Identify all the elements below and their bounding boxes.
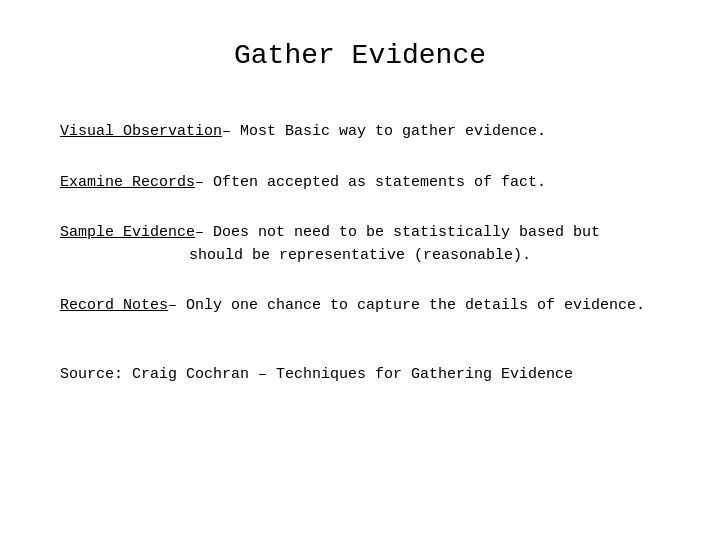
list-item-record-notes: Record Notes – Only one chance to captur…: [60, 295, 660, 318]
source-text: Source: Craig Cochran – Techniques for G…: [60, 366, 660, 383]
sample-evidence-first-line: Sample Evidence – Does not need to be st…: [60, 222, 660, 245]
list-item-visual-observation: Visual Observation – Most Basic way to g…: [60, 121, 660, 144]
desc-examine-records: – Often accepted as statements of fact.: [195, 172, 660, 195]
term-sample-evidence: Sample Evidence: [60, 222, 195, 245]
list-item-sample-evidence: Sample Evidence – Does not need to be st…: [60, 222, 660, 267]
term-record-notes: Record Notes: [60, 295, 168, 318]
desc-visual-observation: – Most Basic way to gather evidence.: [222, 121, 660, 144]
desc-sample-evidence-line1: – Does not need to be statistically base…: [195, 222, 600, 245]
list-item-examine-records: Examine Records – Often accepted as stat…: [60, 172, 660, 195]
desc-record-notes: – Only one chance to capture the details…: [168, 295, 660, 318]
term-examine-records: Examine Records: [60, 172, 195, 195]
term-visual-observation: Visual Observation: [60, 121, 222, 144]
page-title: Gather Evidence: [60, 40, 660, 71]
content-area: Visual Observation – Most Basic way to g…: [60, 121, 660, 383]
page: Gather Evidence Visual Observation – Mos…: [0, 0, 720, 540]
desc-sample-evidence-line2: should be representative (reasonable).: [60, 245, 660, 268]
